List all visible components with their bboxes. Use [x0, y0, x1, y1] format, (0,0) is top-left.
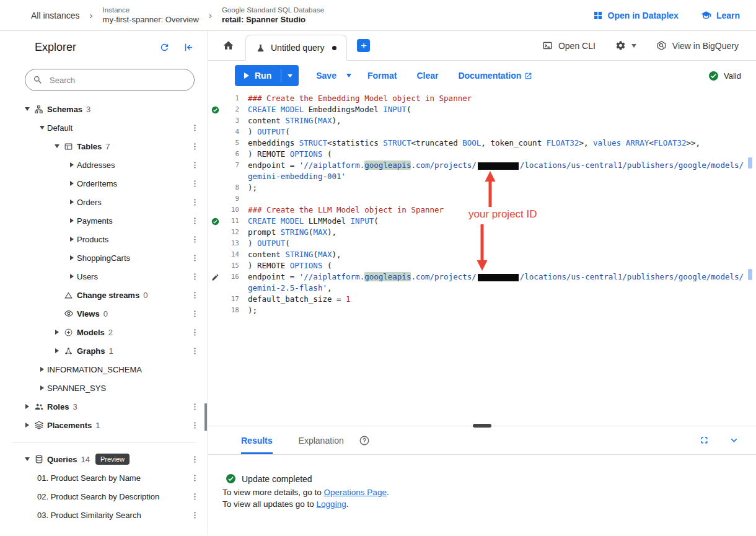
tree-item-default[interactable]: Default [0, 118, 208, 137]
kebab-menu-icon[interactable] [189, 291, 200, 300]
tree-item-orders[interactable]: Orders [0, 193, 208, 211]
code-line[interactable]: 7endpoint = '//aiplatform.googleapis.com… [208, 160, 756, 171]
tree-item-02-product-search-by-description[interactable]: 02. Product Search by Description [0, 487, 208, 506]
kebab-menu-icon[interactable] [189, 235, 200, 244]
code-line[interactable]: 13) OUTPUT( [208, 238, 756, 249]
kebab-menu-icon[interactable] [189, 179, 200, 188]
breadcrumb-instance[interactable]: Instance my-first-spanner: Overview [103, 6, 199, 25]
expander-down-icon[interactable] [22, 107, 32, 111]
code-line[interactable]: 6) REMOTE OPTIONS ( [208, 149, 756, 160]
expander-right-icon[interactable] [67, 162, 77, 167]
kebab-menu-icon[interactable] [189, 160, 200, 170]
kebab-menu-icon[interactable] [189, 198, 200, 207]
expander-right-icon[interactable] [22, 423, 32, 428]
expander-right-icon[interactable] [37, 385, 47, 390]
expander-down-icon[interactable] [37, 126, 47, 130]
tab-explanation[interactable]: Explanation [299, 436, 344, 446]
kebab-menu-icon[interactable] [189, 402, 200, 411]
expander-down-icon[interactable] [52, 144, 62, 148]
code-line[interactable]: 2CREATE MODEL EmbeddingsModel INPUT( [208, 104, 756, 115]
tree-item-graphs[interactable]: Graphs1 [0, 341, 208, 360]
code-line[interactable]: 12prompt STRING(MAX), [208, 227, 756, 238]
kebab-menu-icon[interactable] [189, 421, 200, 430]
collapse-panel-icon[interactable] [183, 42, 194, 53]
expander-right-icon[interactable] [67, 237, 77, 242]
tree-item-roles[interactable]: Roles3 [0, 397, 208, 416]
tree-item-orderitems[interactable]: OrderItems [0, 174, 208, 193]
sql-editor[interactable]: 1### Create the Embedding Model object i… [208, 90, 756, 426]
tree-item-information-schema[interactable]: INFORMATION_SCHEMA [0, 360, 208, 379]
kebab-menu-icon[interactable] [189, 123, 200, 133]
query-settings-button[interactable] [615, 40, 636, 51]
documentation-link[interactable]: Documentation [458, 71, 532, 81]
tab-results[interactable]: Results [241, 426, 273, 454]
tree-item-addresses[interactable]: Addresses [0, 156, 208, 174]
search-box[interactable] [25, 69, 195, 91]
expander-right-icon[interactable] [22, 404, 32, 409]
tree-item-tables[interactable]: Tables7 [0, 137, 208, 156]
tree-item-03-product-similarity-search[interactable]: 03. Product Similarity Search [0, 506, 208, 524]
help-icon[interactable] [359, 435, 370, 446]
tab-untitled-query[interactable]: Untitled query [245, 35, 347, 61]
open-in-dataplex-button[interactable]: Open in Dataplex [593, 11, 679, 20]
tree-item-schemas[interactable]: Schemas3 [0, 100, 208, 118]
kebab-menu-icon[interactable] [189, 216, 200, 226]
tree-item-placements[interactable]: Placements1 [0, 416, 208, 434]
kebab-menu-icon[interactable] [189, 455, 200, 464]
kebab-menu-icon[interactable] [189, 511, 200, 520]
tree-item-users[interactable]: Users [0, 267, 208, 286]
expander-right-icon[interactable] [52, 348, 62, 353]
kebab-menu-icon[interactable] [189, 473, 200, 483]
search-input[interactable] [48, 75, 187, 86]
code-line[interactable]: gemini-embedding-001' [208, 171, 756, 182]
kebab-menu-icon[interactable] [189, 272, 200, 281]
view-in-bigquery-button[interactable]: View in BigQuery [656, 40, 739, 51]
new-tab-button[interactable]: + [357, 39, 370, 52]
logging-link[interactable]: Logging [317, 499, 346, 509]
run-button[interactable]: Run [235, 65, 281, 86]
expander-right-icon[interactable] [67, 274, 77, 279]
tree-item-change-streams[interactable]: Change streams0 [0, 286, 208, 304]
learn-button[interactable]: Learn [701, 10, 740, 20]
kebab-menu-icon[interactable] [189, 328, 200, 337]
expander-right-icon[interactable] [67, 200, 77, 204]
expander-right-icon[interactable] [67, 218, 77, 223]
tree-item-models[interactable]: Models2 [0, 323, 208, 341]
code-line[interactable]: 4) OUTPUT( [208, 126, 756, 138]
code-line[interactable]: gemini-2.5-flash', [208, 283, 756, 294]
code-line[interactable]: 8); [208, 182, 756, 193]
tree-item-products[interactable]: Products [0, 230, 208, 248]
kebab-menu-icon[interactable] [189, 492, 200, 501]
expander-down-icon[interactable] [22, 457, 32, 461]
expander-right-icon[interactable] [67, 255, 77, 260]
tree-item-views[interactable]: Views0 [0, 304, 208, 323]
code-line[interactable]: 3content STRING(MAX), [208, 115, 756, 126]
expander-right-icon[interactable] [37, 367, 47, 372]
collapse-results-icon[interactable] [728, 434, 740, 446]
code-line[interactable]: 5embeddings STRUCT<statistics STRUCT<tru… [208, 138, 756, 149]
tree-item-shoppingcarts[interactable]: ShoppingCarts [0, 248, 208, 267]
code-line[interactable]: 14content STRING(MAX), [208, 249, 756, 260]
format-button[interactable]: Format [367, 71, 397, 81]
kebab-menu-icon[interactable] [189, 309, 200, 319]
save-options-caret[interactable] [346, 74, 351, 77]
kebab-menu-icon[interactable] [189, 253, 200, 263]
expander-right-icon[interactable] [52, 330, 62, 335]
code-line[interactable]: 1### Create the Embedding Model object i… [208, 93, 756, 104]
code-line[interactable]: 9 [208, 193, 756, 204]
open-cli-button[interactable]: Open CLI [542, 40, 596, 51]
home-button[interactable] [217, 35, 239, 57]
refresh-icon[interactable] [159, 42, 170, 53]
fullscreen-icon[interactable] [699, 435, 710, 446]
tree-item-queries[interactable]: Queries14Preview [0, 450, 208, 468]
expander-right-icon[interactable] [67, 181, 77, 186]
tree-item-01-product-search-by-name[interactable]: 01. Product Search by Name [0, 468, 208, 487]
sidebar-scrollbar[interactable] [204, 403, 207, 431]
code-line[interactable]: 15) REMOTE OPTIONS ( [208, 260, 756, 271]
operations-page-link[interactable]: Operations Page [324, 488, 387, 497]
kebab-menu-icon[interactable] [189, 142, 200, 151]
code-line[interactable]: 18); [208, 305, 756, 316]
kebab-menu-icon[interactable] [189, 346, 200, 356]
tree-item-payments[interactable]: Payments [0, 211, 208, 230]
breadcrumb-all-instances[interactable]: All instances [31, 11, 80, 20]
